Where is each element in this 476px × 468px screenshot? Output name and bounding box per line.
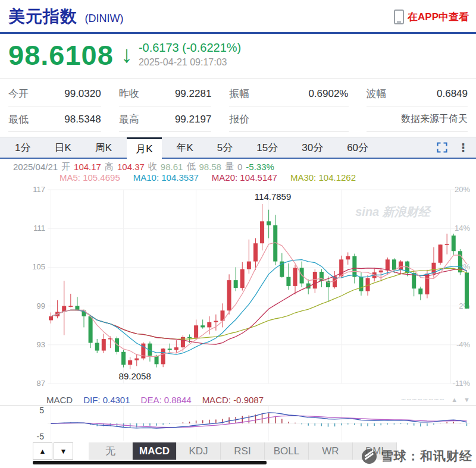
indicator-tab-macd[interactable]: MACD xyxy=(133,442,177,460)
chart-scroll-track xyxy=(0,460,476,466)
stat-quote: 报价 xyxy=(229,106,348,132)
stat-range: 波幅 0.6849 xyxy=(367,81,468,106)
candlestick-chart[interactable]: sina 新浪财经11720%11114%1058%992%93-4%87-11… xyxy=(0,183,476,394)
svg-text:89.2058: 89.2058 xyxy=(119,371,151,381)
ma30-value: MA30: 104.1262 xyxy=(290,172,356,183)
tab-60min[interactable]: 60分 xyxy=(338,137,377,158)
quote-section: 98.6108 ↓ -0.6173 (-0.6221%) 2025-04-21 … xyxy=(0,34,476,78)
more-options-icon[interactable]: ⋮ xyxy=(458,142,469,153)
ma10-value: MA10: 104.3537 xyxy=(133,172,199,183)
ohlc-date: 2025/04/21 xyxy=(13,162,58,172)
macd-hist-value: MACD: -0.9087 xyxy=(202,395,264,405)
indicator-tab-kdj[interactable]: KDJ xyxy=(177,442,221,460)
tab-15min[interactable]: 15分 xyxy=(248,137,287,158)
indicator-tabs: 无 MACD KDJ RSI BOLL WR DMI xyxy=(89,442,397,460)
tab-1min[interactable]: 1分 xyxy=(6,137,39,158)
title-wrap: 美元指数 (DINIW) xyxy=(8,5,123,28)
stat-prev-close: 昨收 99.2281 xyxy=(119,81,212,106)
indicator-tab-boll[interactable]: BOLL xyxy=(265,442,309,460)
macd-dif-value: DIF: 0.4301 xyxy=(83,395,130,405)
phone-icon xyxy=(394,10,404,24)
macd-chart[interactable]: 5-5 xyxy=(0,405,476,442)
svg-text:-4%: -4% xyxy=(456,340,471,349)
main-chart-area[interactable]: sina 新浪财经11720%11114%1058%992%93-4%87-11… xyxy=(0,183,476,394)
open-in-app-label: 在APP中查看 xyxy=(408,10,469,24)
chart-scrollbar[interactable] xyxy=(33,461,267,464)
quote-timestamp: 2025-04-21 09:17:03 xyxy=(139,57,241,68)
ma-legend-bar: MA5: 105.4695 MA10: 104.3537 MA20: 104.5… xyxy=(0,172,476,183)
ohlc-close: 98.61 xyxy=(161,162,183,172)
ma20-value: MA20: 104.5147 xyxy=(212,172,277,183)
tab-monthly-k[interactable]: 月K xyxy=(127,137,161,159)
data-source-note: 数据来源于倚天 xyxy=(367,106,468,132)
macd-pane-tools: ┄┄┄┄┄┄┄┄ ▲ ▼ xyxy=(401,395,476,404)
macd-legend-bar: MACD DIF: 0.4301 DEA: 0.8844 MACD: -0.90… xyxy=(0,394,476,405)
macd-title: MACD xyxy=(46,395,73,405)
macd-dotted-divider: ┄┄┄┄┄┄┄┄ xyxy=(401,395,445,404)
macd-chart-area[interactable]: 5-5 xyxy=(0,405,476,442)
pane-expand-icon[interactable]: ▲ xyxy=(451,396,458,403)
ohlc-high: 104.37 xyxy=(117,162,145,172)
ohlc-info-bar: 2025/04/21 开 104.17 高 104.37 收 98.61 低 9… xyxy=(0,159,476,172)
tab-daily-k[interactable]: 日K xyxy=(45,137,80,158)
current-price: 98.6108 xyxy=(8,39,114,72)
fullscreen-icon[interactable] xyxy=(436,142,448,153)
stat-amplitude: 振幅 0.6902% xyxy=(229,81,348,106)
price-down-arrow-icon: ↓ xyxy=(121,39,133,70)
tab-yearly-k[interactable]: 年K xyxy=(168,137,202,158)
tab-weekly-k[interactable]: 周K xyxy=(86,137,121,158)
symbol-code: (DINIW) xyxy=(84,12,123,24)
ma5-value: MA5: 105.4695 xyxy=(60,172,120,183)
stats-grid: 今开 99.0320 昨收 99.2281 振幅 0.6902% 波幅 0.68… xyxy=(0,78,476,133)
ohlc-low: 98.58 xyxy=(199,162,221,172)
svg-text:117: 117 xyxy=(33,185,45,194)
svg-text:-11%: -11% xyxy=(453,379,471,388)
tab-bar-tools: ⋮ xyxy=(436,137,476,158)
indicator-tab-dmi[interactable]: DMI xyxy=(353,442,397,460)
macd-dea-value: DEA: 0.8844 xyxy=(141,395,192,405)
indicator-tab-rsi[interactable]: RSI xyxy=(221,442,265,460)
change-wrap: -0.6173 (-0.6221%) 2025-04-21 09:17:03 xyxy=(139,41,241,68)
svg-text:93: 93 xyxy=(37,340,45,349)
svg-text:20%: 20% xyxy=(455,185,470,194)
svg-text:105: 105 xyxy=(32,262,45,271)
svg-text:14%: 14% xyxy=(455,224,470,233)
page-title: 美元指数 xyxy=(8,7,77,26)
open-in-app-link[interactable]: 在APP中查看 xyxy=(394,10,469,24)
price-change: -0.6173 (-0.6221%) xyxy=(139,41,241,55)
app-root: 美元指数 (DINIW) 在APP中查看 98.6108 ↓ -0.6173 (… xyxy=(0,0,476,468)
svg-text:99: 99 xyxy=(37,301,45,310)
stat-today-open: 今开 99.0320 xyxy=(8,81,101,106)
indicator-tab-wr[interactable]: WR xyxy=(309,442,353,460)
indicator-tab-none[interactable]: 无 xyxy=(89,442,133,460)
tab-30min[interactable]: 30分 xyxy=(293,137,332,158)
header: 美元指数 (DINIW) 在APP中查看 xyxy=(0,0,476,34)
indicator-tab-bar: ▲ ▼ 无 MACD KDJ RSI BOLL WR DMI xyxy=(0,442,476,460)
ohlc-volume: 0 xyxy=(237,162,242,172)
pane-collapse-icon[interactable]: ▼ xyxy=(464,396,470,403)
indicator-down-button[interactable]: ▼ xyxy=(54,442,73,460)
svg-text:114.7859: 114.7859 xyxy=(255,191,291,202)
svg-text:sina 新浪财经: sina 新浪财经 xyxy=(355,205,432,218)
indicator-up-button[interactable]: ▲ xyxy=(33,442,52,460)
ohlc-pct-change: -5.33% xyxy=(246,162,274,172)
svg-text:87: 87 xyxy=(37,379,45,388)
period-tab-bar: 1分 日K 周K 月K 年K 5分 15分 30分 60分 ⋮ xyxy=(0,137,476,159)
svg-text:-5: -5 xyxy=(37,432,45,441)
ohlc-open: 104.17 xyxy=(74,162,101,172)
stat-high: 最高 99.2197 xyxy=(119,106,212,132)
tab-5min[interactable]: 5分 xyxy=(208,137,242,158)
svg-text:5: 5 xyxy=(39,406,44,415)
svg-text:111: 111 xyxy=(33,224,45,233)
stat-low: 最低 98.5348 xyxy=(8,106,101,132)
